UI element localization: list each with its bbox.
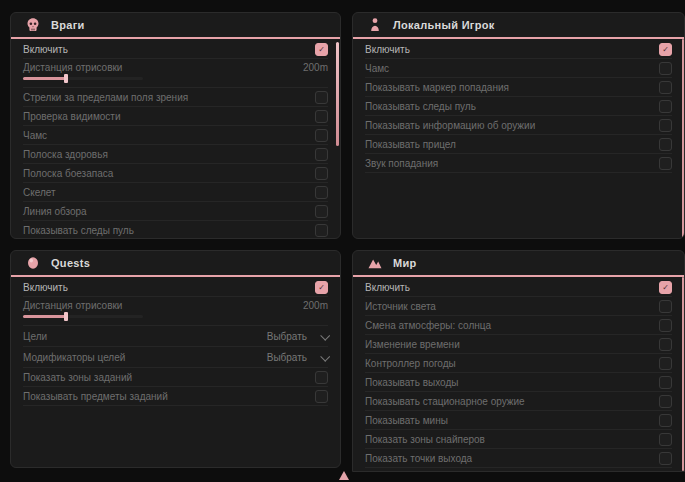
row-label: Показать зоны заданий: [23, 372, 132, 383]
toggle-row[interactable]: Показывать маркер попадания: [365, 78, 672, 97]
toggle-row[interactable]: Включить✓: [365, 278, 672, 297]
checkbox[interactable]: [315, 110, 328, 123]
panel-world: Мир Включить✓Источник светаСмена атмосфе…: [352, 250, 685, 472]
checkbox[interactable]: [315, 371, 328, 384]
toggle-row[interactable]: Включить✓: [365, 40, 672, 59]
checkbox[interactable]: [659, 319, 672, 332]
toggle-row[interactable]: Показать точки выхода: [365, 449, 672, 468]
checkbox[interactable]: [659, 81, 672, 94]
checkbox[interactable]: [659, 376, 672, 389]
checkbox[interactable]: [659, 138, 672, 151]
checkbox[interactable]: [315, 186, 328, 199]
slider-row[interactable]: Дистанция отрисовки200m: [23, 297, 328, 326]
row-label: Цели: [23, 331, 47, 342]
slider-thumb[interactable]: [64, 74, 68, 83]
row-label: Показать точки выхода: [365, 453, 472, 464]
checkbox[interactable]: [659, 414, 672, 427]
row-label: Включить: [365, 282, 410, 293]
row-label: Показывать маркер попадания: [365, 82, 509, 93]
toggle-row[interactable]: Чамс: [23, 126, 328, 145]
checkbox[interactable]: [315, 129, 328, 142]
select-row[interactable]: ЦелиВыбрать: [23, 326, 328, 347]
person-icon: [367, 17, 383, 33]
toggle-row[interactable]: Скелет: [23, 183, 328, 202]
checkbox[interactable]: ✓: [315, 281, 328, 294]
dropdown-value: Выбрать: [267, 331, 307, 342]
row-label: Показать зоны снайперов: [365, 434, 485, 445]
checkbox[interactable]: [659, 357, 672, 370]
row-label: Показывать информацию об оружии: [365, 120, 535, 131]
row-label: Линия обзора: [23, 206, 87, 217]
checkbox[interactable]: ✓: [315, 43, 328, 56]
panel-quests: Quests Включить✓Дистанция отрисовки200mЦ…: [10, 250, 341, 468]
checkbox[interactable]: [315, 224, 328, 237]
toggle-row[interactable]: Линия обзора: [23, 202, 328, 221]
dropdown[interactable]: Выбрать: [267, 352, 328, 363]
checkbox[interactable]: [659, 433, 672, 446]
row-label: Показывать следы пуль: [23, 225, 134, 236]
checkbox[interactable]: [659, 100, 672, 113]
panel-rows: Включить✓ЧамсПоказывать маркер попадания…: [353, 39, 684, 173]
toggle-row[interactable]: Изменение времени: [365, 335, 672, 354]
toggle-row[interactable]: Включить✓: [23, 278, 328, 297]
row-label: Показывать мины: [365, 415, 448, 426]
toggle-row[interactable]: Показывать стационарное оружие: [365, 392, 672, 411]
toggle-row[interactable]: Полоска здоровья: [23, 145, 328, 164]
checkbox[interactable]: [659, 452, 672, 465]
slider[interactable]: [23, 315, 143, 318]
scrollbar[interactable]: [682, 277, 684, 471]
checkbox[interactable]: [315, 205, 328, 218]
toggle-row[interactable]: Показать зоны снайперов: [365, 430, 672, 449]
checkbox[interactable]: [315, 167, 328, 180]
scrollbar[interactable]: [682, 39, 684, 238]
panel-enemies: Враги Включить✓Дистанция отрисовки200mСт…: [10, 12, 341, 239]
panel-local-player: Локальный Игрок Включить✓ЧамсПоказывать …: [352, 12, 685, 239]
slider[interactable]: [23, 77, 143, 80]
toggle-row[interactable]: Показывать мины: [365, 411, 672, 430]
slider-thumb[interactable]: [64, 312, 68, 321]
toggle-row[interactable]: Показывать прицел: [365, 135, 672, 154]
chevron-down-icon: [320, 351, 330, 361]
toggle-row[interactable]: Показывать информацию об оружии: [365, 116, 672, 135]
checkbox[interactable]: ✓: [659, 43, 672, 56]
slider-value: 200m: [303, 62, 328, 73]
mouse-cursor: [339, 471, 349, 480]
skull-icon: [25, 17, 41, 33]
toggle-row[interactable]: Чамс: [365, 59, 672, 78]
row-label: Полоска боезапаса: [23, 168, 113, 179]
checkbox[interactable]: [659, 157, 672, 170]
select-row[interactable]: Модификаторы целейВыбрать: [23, 347, 328, 368]
toggle-row[interactable]: Контроллер погоды: [365, 354, 672, 373]
row-label: Дистанция отрисовки: [23, 300, 122, 311]
row-label: Источник света: [365, 301, 436, 312]
checkbox[interactable]: [659, 62, 672, 75]
checkbox[interactable]: [659, 395, 672, 408]
toggle-row[interactable]: Полоска боезапаса: [23, 164, 328, 183]
toggle-row[interactable]: Источник света: [365, 297, 672, 316]
slider-fill: [23, 315, 66, 318]
toggle-row[interactable]: Показывать выходы: [365, 373, 672, 392]
dropdown[interactable]: Выбрать: [267, 331, 328, 342]
toggle-row[interactable]: Звук попадания: [365, 154, 672, 173]
checkbox[interactable]: [659, 338, 672, 351]
scrollbar-thumb[interactable]: [336, 42, 339, 146]
toggle-row[interactable]: Проверка видимости: [23, 107, 328, 126]
slider-fill: [23, 77, 66, 80]
checkbox[interactable]: ✓: [659, 281, 672, 294]
toggle-row[interactable]: Стрелки за пределами поля зрения: [23, 88, 328, 107]
checkbox[interactable]: [659, 300, 672, 313]
toggle-row[interactable]: Показывать следы пуль: [23, 221, 328, 239]
slider-row[interactable]: Дистанция отрисовки200m: [23, 59, 328, 88]
toggle-row[interactable]: Показывать следы пуль: [365, 97, 672, 116]
row-label: Показывать выходы: [365, 377, 458, 388]
toggle-row[interactable]: Показать зоны заданий: [23, 368, 328, 387]
toggle-row[interactable]: Включить✓: [23, 40, 328, 59]
toggle-row[interactable]: Показывать предметы заданий: [23, 387, 328, 406]
checkbox[interactable]: [315, 390, 328, 403]
toggle-row[interactable]: Смена атмосферы: солнца: [365, 316, 672, 335]
checkbox[interactable]: [315, 148, 328, 161]
panel-header: Quests: [11, 251, 340, 277]
panel-title: Локальный Игрок: [393, 19, 495, 31]
checkbox[interactable]: [315, 91, 328, 104]
checkbox[interactable]: [659, 119, 672, 132]
